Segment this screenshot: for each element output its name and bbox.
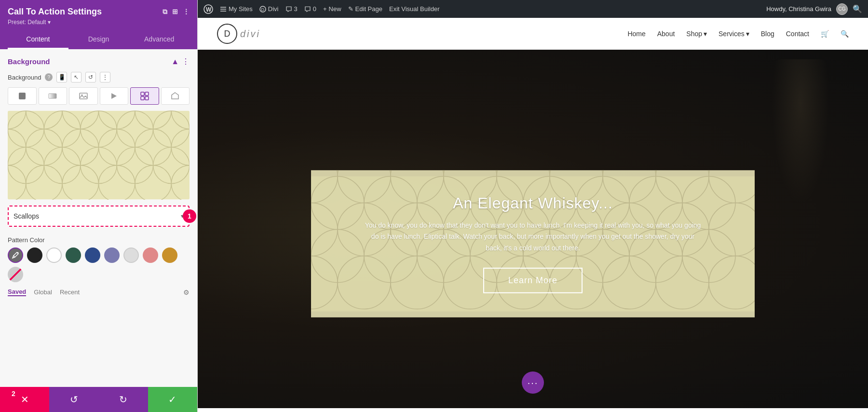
bg-reset-icon[interactable]: ↺ [85,72,96,82]
badge-1: 1 [183,209,196,223]
wp-search-icon[interactable]: 🔍 [853,4,862,14]
nav-shop-chevron: ▾ [704,30,707,38]
bg-tab-pattern[interactable] [130,87,159,105]
cta-body: You do know, you do know that they don't… [364,220,702,254]
save-button[interactable]: ✓ [148,387,197,412]
tab-advanced[interactable]: Advanced [129,30,190,49]
tab-design[interactable]: Design [68,30,129,49]
color-swatch-dark-green[interactable] [66,247,81,263]
wp-user-greeting: Howdy, Christina Gwira [766,5,831,13]
nav-contact[interactable]: Contact [786,30,809,38]
logo-text: divi [240,28,260,40]
color-settings-icon[interactable]: ⚙ [183,288,190,296]
color-swatch-light-grey[interactable] [123,247,139,263]
website-preview: D divi Home About Shop ▾ Services [198,18,868,412]
svg-rect-7 [141,96,144,100]
svg-marker-4 [111,93,117,99]
learn-more-button[interactable]: Learn More [483,268,583,293]
badge-2: 2 [7,387,20,400]
nav-blog[interactable]: Blog [761,30,774,38]
edit-page-link[interactable]: ✎ Edit Page [348,5,382,13]
sidebar-tabs: Content Design Advanced [8,30,190,49]
bg-label: Background [8,74,41,81]
bg-help-icon[interactable]: ? [45,73,53,81]
bg-tab-mask[interactable] [161,87,190,105]
bg-more-icon[interactable]: ⋮ [100,72,110,82]
cta-box: An Elegant Whiskey... You do know, you d… [311,170,755,317]
sidebar-title-row: Call To Action Settings ⧉ ⊞ ⋮ [8,7,190,17]
grid-icon[interactable]: ⊞ [172,8,178,16]
my-sites[interactable]: My Sites [220,5,253,13]
bg-tab-gradient[interactable] [39,87,68,105]
svg-rect-8 [145,96,149,100]
wp-toolbar: W My Sites D Divi 3 0 [198,0,868,18]
pattern-select-wrap: Scallops Chevron Diamonds Polka Dots Str… [8,206,190,227]
collapse-icon[interactable]: ▲ [171,57,179,66]
color-swatch-pink[interactable] [143,247,158,263]
background-section-header: Background ▲ ⋮ [8,57,190,66]
nav-services-chevron: ▾ [746,30,749,38]
section-more-icon[interactable]: ⋮ [182,57,190,66]
settings-sidebar: Call To Action Settings ⧉ ⊞ ⋮ Preset: De… [0,0,198,412]
sidebar-actions: ✕ ↺ ↻ ✓ [0,387,197,412]
nav-home[interactable]: Home [627,30,645,38]
sidebar-title-text: Call To Action Settings [8,7,102,17]
svg-rect-2 [80,93,87,99]
bg-tab-image[interactable] [69,87,98,105]
redo-button[interactable]: ↻ [99,387,148,412]
responsive-icon[interactable]: ⧉ [163,8,167,16]
section-title: Background [8,57,50,66]
color-swatch-lavender[interactable] [104,247,120,263]
color-tab-saved[interactable]: Saved [8,288,26,296]
color-tab-recent[interactable]: Recent [60,288,80,296]
new-link[interactable]: + New [323,5,341,13]
bottle-hint [772,59,829,204]
nav-services[interactable]: Services ▾ [719,30,749,38]
wp-logo[interactable]: W [203,4,213,14]
cta-content: An Elegant Whiskey... You do know, you d… [330,194,735,293]
undo-button[interactable]: ↺ [49,387,98,412]
content-area: W My Sites D Divi 3 0 [198,0,868,412]
nav-about[interactable]: About [657,30,675,38]
bg-cursor-icon[interactable]: ↖ [71,72,81,82]
preset-label[interactable]: Preset: Default ▾ [8,19,190,26]
bg-type-tabs [8,87,190,105]
logo-circle: D [217,24,237,44]
comments-link[interactable]: 3 [285,5,298,13]
color-swatch-black[interactable] [27,247,42,263]
color-swatch-navy[interactable] [85,247,100,263]
color-tab-global[interactable]: Global [34,288,52,296]
svg-rect-1 [49,94,56,98]
pattern-preview [8,110,190,200]
search-icon[interactable]: 🔍 [841,30,849,38]
nav-shop[interactable]: Shop ▾ [686,30,707,38]
svg-point-38 [17,252,19,254]
more-options-icon[interactable]: ⋮ [183,8,190,16]
color-swatch-none[interactable] [8,267,23,282]
approve-comments[interactable]: 0 [304,5,316,13]
color-swatch-eyedropper[interactable] [8,247,23,263]
color-swatch-white[interactable] [46,247,62,263]
sidebar-title-icons: ⧉ ⊞ ⋮ [163,8,190,16]
floating-dots-button[interactable]: ··· [522,371,544,394]
sidebar-header: Call To Action Settings ⧉ ⊞ ⋮ Preset: De… [0,0,197,49]
cart-icon[interactable]: 🛒 [821,30,829,38]
bg-tab-color[interactable] [8,87,37,105]
divi-link[interactable]: D Divi [259,5,279,13]
logo-letter: D [224,29,231,39]
color-swatch-gold[interactable] [162,247,177,263]
svg-rect-6 [145,92,149,96]
color-swatches [8,247,190,282]
pattern-select[interactable]: Scallops Chevron Diamonds Polka Dots Str… [9,206,189,226]
action-bar-wrapper: 2 ✕ ↺ ↻ ✓ [0,387,197,412]
svg-text:D: D [261,7,264,12]
exit-builder-link[interactable]: Exit Visual Builder [389,5,440,13]
site-logo[interactable]: D divi [217,24,260,44]
tab-content[interactable]: Content [8,30,68,49]
bg-device-icon[interactable]: 📱 [56,72,67,82]
svg-rect-5 [141,92,144,96]
bg-tab-video[interactable] [100,87,129,105]
wp-bar-right: Howdy, Christina Gwira CG 🔍 [766,3,862,15]
wp-user-avatar[interactable]: CG [836,3,848,15]
dots-icon: ··· [528,377,539,388]
